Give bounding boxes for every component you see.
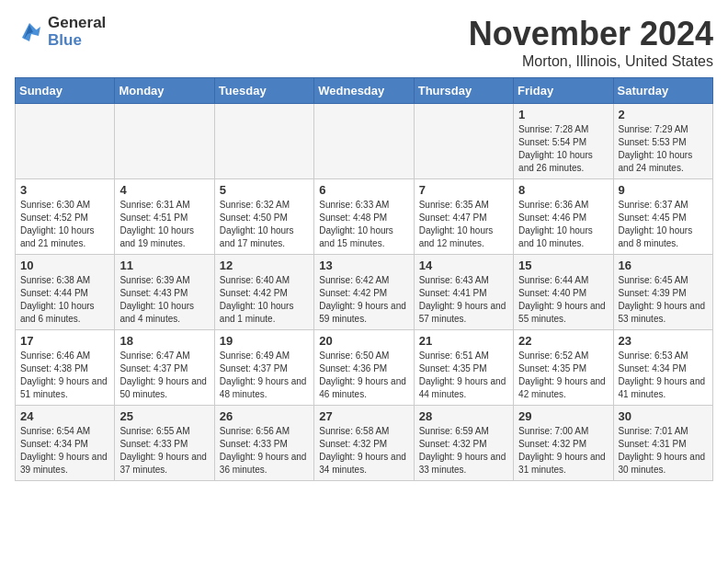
day-number: 28 (419, 409, 508, 423)
day-number: 24 (20, 409, 109, 423)
calendar-cell: 18Sunrise: 6:47 AM Sunset: 4:37 PM Dayli… (115, 330, 214, 406)
header-monday: Monday (115, 78, 214, 104)
calendar-cell: 12Sunrise: 6:40 AM Sunset: 4:42 PM Dayli… (214, 255, 313, 330)
day-info: Sunrise: 6:58 AM Sunset: 4:32 PM Dayligh… (319, 425, 408, 477)
day-info: Sunrise: 6:38 AM Sunset: 4:44 PM Dayligh… (20, 274, 109, 326)
day-info: Sunrise: 6:40 AM Sunset: 4:42 PM Dayligh… (220, 274, 309, 326)
calendar-cell: 21Sunrise: 6:51 AM Sunset: 4:35 PM Dayli… (414, 330, 513, 406)
calendar-subtitle: Morton, Illinois, United States (469, 53, 713, 70)
day-number: 22 (518, 334, 608, 348)
day-number: 19 (220, 334, 309, 348)
calendar-cell: 25Sunrise: 6:55 AM Sunset: 4:33 PM Dayli… (115, 406, 214, 481)
day-info: Sunrise: 6:30 AM Sunset: 4:52 PM Dayligh… (20, 199, 109, 250)
day-info: Sunrise: 6:51 AM Sunset: 4:35 PM Dayligh… (419, 350, 508, 401)
calendar-cell: 9Sunrise: 6:37 AM Sunset: 4:45 PM Daylig… (613, 179, 712, 255)
day-info: Sunrise: 6:59 AM Sunset: 4:32 PM Dayligh… (419, 425, 508, 477)
day-info: Sunrise: 6:45 AM Sunset: 4:39 PM Dayligh… (619, 274, 708, 326)
logo-text: General Blue (48, 15, 106, 49)
calendar-cell: 20Sunrise: 6:50 AM Sunset: 4:36 PM Dayli… (314, 330, 414, 406)
day-info: Sunrise: 6:49 AM Sunset: 4:37 PM Dayligh… (220, 350, 309, 401)
day-number: 20 (319, 334, 408, 348)
calendar-cell: 1Sunrise: 7:28 AM Sunset: 5:54 PM Daylig… (514, 104, 613, 179)
header-tuesday: Tuesday (214, 78, 313, 104)
day-number: 7 (419, 183, 508, 197)
calendar-week-4: 24Sunrise: 6:54 AM Sunset: 4:34 PM Dayli… (16, 406, 713, 481)
calendar-week-0: 1Sunrise: 7:28 AM Sunset: 5:54 PM Daylig… (16, 104, 713, 179)
calendar-week-1: 3Sunrise: 6:30 AM Sunset: 4:52 PM Daylig… (16, 179, 713, 255)
day-info: Sunrise: 7:28 AM Sunset: 5:54 PM Dayligh… (518, 123, 608, 175)
day-info: Sunrise: 6:31 AM Sunset: 4:51 PM Dayligh… (119, 199, 209, 250)
day-info: Sunrise: 6:43 AM Sunset: 4:41 PM Dayligh… (419, 274, 508, 326)
day-number: 26 (220, 409, 309, 423)
calendar-cell: 23Sunrise: 6:53 AM Sunset: 4:34 PM Dayli… (613, 330, 712, 406)
calendar-cell: 11Sunrise: 6:39 AM Sunset: 4:43 PM Dayli… (115, 255, 214, 330)
day-number: 17 (20, 334, 109, 348)
calendar-week-2: 10Sunrise: 6:38 AM Sunset: 4:44 PM Dayli… (16, 255, 713, 330)
day-info: Sunrise: 6:56 AM Sunset: 4:33 PM Dayligh… (220, 425, 309, 477)
day-info: Sunrise: 6:33 AM Sunset: 4:48 PM Dayligh… (319, 199, 408, 250)
day-info: Sunrise: 6:50 AM Sunset: 4:36 PM Dayligh… (319, 350, 408, 401)
day-info: Sunrise: 6:44 AM Sunset: 4:40 PM Dayligh… (518, 274, 608, 326)
day-info: Sunrise: 7:29 AM Sunset: 5:53 PM Dayligh… (619, 123, 708, 175)
day-number: 6 (319, 183, 408, 197)
day-info: Sunrise: 7:01 AM Sunset: 4:31 PM Dayligh… (619, 425, 708, 477)
day-info: Sunrise: 6:52 AM Sunset: 4:35 PM Dayligh… (518, 350, 608, 401)
logo-blue: Blue (48, 32, 106, 50)
day-number: 4 (119, 183, 209, 197)
logo-general: General (48, 15, 106, 32)
day-info: Sunrise: 6:37 AM Sunset: 4:45 PM Dayligh… (619, 199, 708, 250)
header-friday: Friday (514, 78, 613, 104)
calendar-cell: 10Sunrise: 6:38 AM Sunset: 4:44 PM Dayli… (16, 255, 115, 330)
day-info: Sunrise: 6:47 AM Sunset: 4:37 PM Dayligh… (119, 350, 209, 401)
calendar-cell (16, 104, 115, 179)
day-number: 16 (619, 259, 708, 272)
day-info: Sunrise: 6:46 AM Sunset: 4:38 PM Dayligh… (20, 350, 109, 401)
day-info: Sunrise: 6:53 AM Sunset: 4:34 PM Dayligh… (619, 350, 708, 401)
calendar-cell (314, 104, 414, 179)
header-thursday: Thursday (414, 78, 513, 104)
calendar-cell: 5Sunrise: 6:32 AM Sunset: 4:50 PM Daylig… (214, 179, 313, 255)
calendar-title: November 2024 (469, 15, 713, 53)
day-number: 10 (20, 259, 109, 272)
calendar-body: 1Sunrise: 7:28 AM Sunset: 5:54 PM Daylig… (16, 104, 713, 481)
calendar-cell: 19Sunrise: 6:49 AM Sunset: 4:37 PM Dayli… (214, 330, 313, 406)
calendar-cell: 30Sunrise: 7:01 AM Sunset: 4:31 PM Dayli… (613, 406, 712, 481)
day-info: Sunrise: 6:32 AM Sunset: 4:50 PM Dayligh… (220, 199, 309, 250)
day-number: 8 (518, 183, 608, 197)
header-saturday: Saturday (613, 78, 712, 104)
day-info: Sunrise: 6:36 AM Sunset: 4:46 PM Dayligh… (518, 199, 608, 250)
day-number: 21 (419, 334, 508, 348)
day-number: 14 (419, 259, 508, 272)
calendar-cell: 24Sunrise: 6:54 AM Sunset: 4:34 PM Dayli… (16, 406, 115, 481)
day-number: 9 (619, 183, 708, 197)
calendar-cell: 26Sunrise: 6:56 AM Sunset: 4:33 PM Dayli… (214, 406, 313, 481)
day-number: 1 (518, 108, 608, 121)
calendar-cell: 29Sunrise: 7:00 AM Sunset: 4:32 PM Dayli… (514, 406, 613, 481)
calendar-cell: 27Sunrise: 6:58 AM Sunset: 4:32 PM Dayli… (314, 406, 414, 481)
calendar-header-row: Sunday Monday Tuesday Wednesday Thursday… (16, 78, 713, 104)
day-number: 29 (518, 409, 608, 423)
calendar-cell: 6Sunrise: 6:33 AM Sunset: 4:48 PM Daylig… (314, 179, 414, 255)
calendar-cell (414, 104, 513, 179)
calendar-cell: 7Sunrise: 6:35 AM Sunset: 4:47 PM Daylig… (414, 179, 513, 255)
calendar-cell: 2Sunrise: 7:29 AM Sunset: 5:53 PM Daylig… (613, 104, 712, 179)
day-number: 13 (319, 259, 408, 272)
logo: General Blue (15, 15, 106, 49)
day-number: 15 (518, 259, 608, 272)
calendar-cell: 8Sunrise: 6:36 AM Sunset: 4:46 PM Daylig… (514, 179, 613, 255)
calendar-cell: 16Sunrise: 6:45 AM Sunset: 4:39 PM Dayli… (613, 255, 712, 330)
header-wednesday: Wednesday (314, 78, 414, 104)
calendar-cell: 15Sunrise: 6:44 AM Sunset: 4:40 PM Dayli… (514, 255, 613, 330)
header-sunday: Sunday (16, 78, 115, 104)
calendar-cell: 14Sunrise: 6:43 AM Sunset: 4:41 PM Dayli… (414, 255, 513, 330)
calendar-cell (214, 104, 313, 179)
day-info: Sunrise: 6:54 AM Sunset: 4:34 PM Dayligh… (20, 425, 109, 477)
calendar-week-3: 17Sunrise: 6:46 AM Sunset: 4:38 PM Dayli… (16, 330, 713, 406)
header: General Blue November 2024 Morton, Illin… (15, 15, 713, 70)
calendar-cell: 13Sunrise: 6:42 AM Sunset: 4:42 PM Dayli… (314, 255, 414, 330)
day-info: Sunrise: 6:39 AM Sunset: 4:43 PM Dayligh… (119, 274, 209, 326)
calendar-cell: 4Sunrise: 6:31 AM Sunset: 4:51 PM Daylig… (115, 179, 214, 255)
day-info: Sunrise: 6:55 AM Sunset: 4:33 PM Dayligh… (119, 425, 209, 477)
day-number: 25 (119, 409, 209, 423)
calendar-cell: 3Sunrise: 6:30 AM Sunset: 4:52 PM Daylig… (16, 179, 115, 255)
